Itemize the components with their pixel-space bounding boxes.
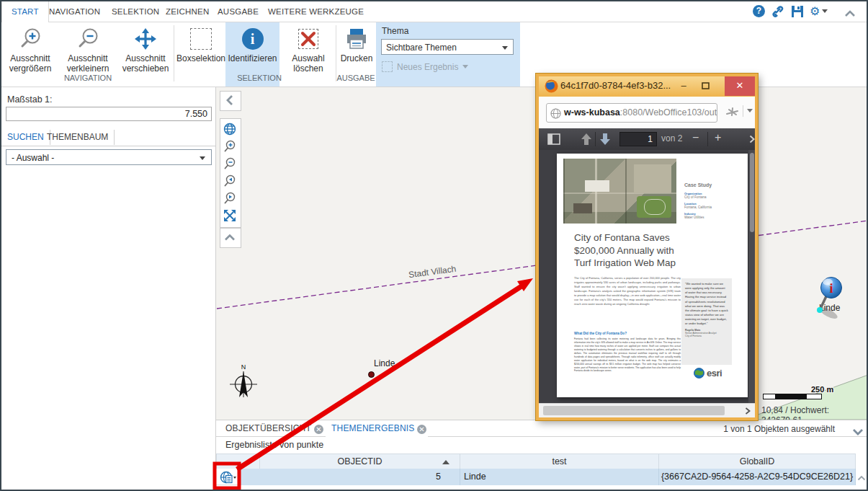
table-cell-test[interactable]: Linde [460,469,659,485]
button-label: Identifizieren [225,53,279,63]
bookmark-icon[interactable] [725,105,741,118]
help-icon[interactable]: ? [753,5,766,18]
chevron-down-icon [200,156,205,160]
pdf-vertical-scrollbar[interactable] [748,150,755,403]
settings-gear-icon[interactable]: ⚙ [810,5,831,18]
esri-globe-icon [694,368,704,379]
compass-north-arrow: N [227,362,260,402]
group-label-ausgabe: AUSGABE [329,74,382,82]
table-cell-objectid[interactable]: 5 [260,469,460,485]
map-point-marker[interactable] [368,371,375,378]
magnifier-plus-icon [6,25,55,53]
svg-text:i: i [829,281,833,296]
scale-input[interactable] [6,107,212,121]
toolbar-collapse-button[interactable] [220,228,241,248]
thema-label: Thema [382,26,408,36]
previous-extent-icon[interactable] [220,172,239,190]
pdf-paragraph-1: The City of Fontana, California, serves … [574,276,681,306]
sidebar-toggle-icon[interactable] [547,133,560,145]
info-circle-icon: i [225,25,279,53]
tab-navigation[interactable]: NAVIGATION [40,1,109,22]
zoom-out-tool-icon[interactable] [220,155,239,172]
thema-panel: Thema Sichtbare Themen Neues Ergebnis [376,22,520,87]
table-header-icon-col [216,454,260,469]
weboffice-app: START NAVIGATION SELEKTION ZEICHNEN AUSG… [0,0,868,491]
next-page-icon[interactable] [599,133,611,146]
popup-titlebar[interactable]: 64c1f7d0-8784-4ef3-b32... – ✕ [539,76,755,97]
case-study-sidebar: Case Study Organization City of Fontana … [684,182,742,219]
close-icon[interactable]: ✕ [417,425,426,434]
dashed-box-icon [382,61,393,72]
ribbon-collapse-icon[interactable] [844,7,857,20]
minimize-button[interactable]: – [676,76,692,96]
divider [216,436,868,437]
button-label: Ausschnitt verschieben [120,53,171,74]
link-icon[interactable] [771,5,784,18]
table-cell-globalid[interactable]: {3667CA2D-9564-4258-A2C9-54DC9CE26D21} [659,469,856,485]
pdf-horizontal-scrollbar[interactable] [539,403,755,417]
scrollbar-thumb[interactable] [750,153,754,232]
neues-ergebnis-button[interactable]: Neues Ergebnis [382,61,468,72]
pdf-title: City of Fontana Saves $200,000 Annually … [574,231,684,270]
page-number-input[interactable]: 1 [619,132,657,146]
chevron-left-icon [220,92,239,109]
save-icon[interactable] [791,5,804,18]
chevron-down-icon [502,46,508,50]
result-list-title: Ergebnisliste von punkte [225,440,323,450]
scrollbar-thumb[interactable] [543,406,725,415]
zoom-to-object-icon[interactable] [220,471,237,484]
magnifier-minus-icon [61,25,115,53]
chevron-down-icon [462,65,468,68]
scroll-right-icon[interactable] [745,407,751,415]
zoom-in-pdf-button[interactable]: + [715,131,721,144]
button-label: Ausschnitt vergrößern [6,53,55,74]
auswahl-dropdown-value: - Auswahl - [12,153,54,163]
pdf-viewport[interactable]: Case Study Organization City of Fontana … [539,150,755,403]
sidebar-tabs: SUCHEN THEMENBAUM [1,130,215,146]
group-label-selektion: SELEKTION [218,74,301,82]
next-extent-icon[interactable] [220,190,239,207]
zoom-in-tool-icon[interactable] [220,138,239,155]
url-input[interactable]: w-ws-kubasa:8080/WebOffice103/outp [546,103,717,123]
table-header-globalid[interactable]: GlobalID [658,454,856,469]
coordinate-readout: 10,84 / Hochwert: 342679,61 [761,405,868,420]
url-dropdown-icon[interactable] [747,109,753,112]
auswahl-dropdown[interactable]: - Auswahl - [6,149,212,165]
chevron-up-icon [220,229,239,246]
pdf-page: Case Study Organization City of Fontana … [557,154,748,397]
move-arrows-icon [120,25,171,53]
button-label: Boxselektion [176,53,225,63]
close-button[interactable]: ✕ [725,76,755,96]
maximize-button[interactable] [697,76,713,96]
previous-page-icon[interactable] [581,133,592,146]
toolbar-overflow-icon[interactable] [749,135,755,143]
tab-objektuebersicht[interactable]: OBJEKTÜBERSICHT [225,423,311,433]
search-sidebar: Maßstab 1: SUCHEN THEMENBAUM - Auswahl - [1,87,216,490]
table-header-test[interactable]: test [460,454,659,469]
button-label: Ausschnitt verkleinern [61,53,115,74]
compass-n-label: N [241,363,246,371]
identify-result-pin[interactable]: i [802,268,849,320]
full-extent-globe-icon[interactable] [220,120,239,138]
url-path: :8080/WebOffice103/outp [620,107,717,118]
menu-bar: START NAVIGATION SELEKTION ZEICHNEN AUSG… [1,1,867,22]
zoom-out-pdf-button[interactable]: − [692,131,699,144]
thema-dropdown-value: Sichtbare Themen [386,43,457,53]
sidebar-collapse-button[interactable] [220,91,241,111]
panel-collapse-chevron-icon[interactable] [852,425,864,438]
tab-themenbaum[interactable]: THEMENBAUM [41,130,115,145]
tab-themenergebnis[interactable]: THEMENERGEBNIS [331,423,414,433]
page-count-label: von 2 [661,133,682,143]
group-divider [174,25,174,81]
table-header-objectid[interactable]: OBJECTID [259,454,460,469]
dashed-box-icon [176,25,225,53]
esri-logo: esri [694,368,722,379]
scroll-up-icon[interactable] [857,471,866,484]
scale-label: Maßstab 1: [7,94,53,105]
tab-weitere-werkzeuge[interactable]: WEITERE WERKZEUGE [259,1,373,22]
neues-ergebnis-label: Neues Ergebnis [397,62,458,72]
full-extent-arrows-icon[interactable] [220,207,239,224]
thema-dropdown[interactable]: Sichtbare Themen [381,39,514,55]
pdf-paragraph-2: Fontana had been collecting its water me… [574,337,681,373]
close-icon[interactable]: ✕ [314,425,323,434]
